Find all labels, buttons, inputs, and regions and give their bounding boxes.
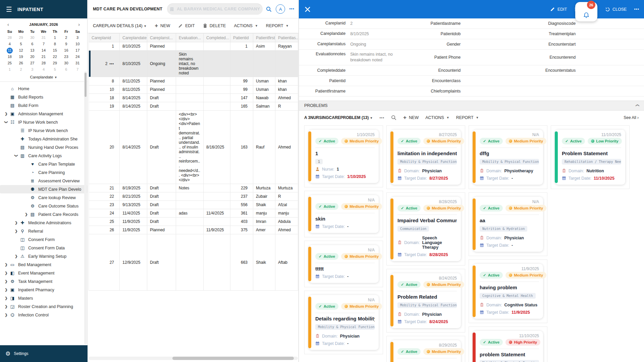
sidebar-item-quality-safety[interactable]: ❯⁘Quality & Safety: [0, 319, 87, 321]
problems-search-icon[interactable]: [391, 115, 396, 120]
report-dropdown[interactable]: REPORT ▼: [266, 23, 289, 28]
calendar-day[interactable]: 17: [72, 47, 83, 54]
chevron-right-icon[interactable]: ❯: [3, 263, 9, 266]
calendar-day[interactable]: 7: [72, 66, 83, 73]
sidebar-item-care-activity-logs[interactable]: ❯▥Care Activity Logs: [0, 152, 87, 160]
sidebar-item-referral[interactable]: ❯⚲Referral: [0, 227, 87, 235]
table-row[interactable]: 228/21/2025Draft237ZubairR: [89, 192, 298, 201]
column-header-completed[interactable]: Completed...: [204, 34, 230, 42]
chevron-right-icon[interactable]: ❯: [13, 229, 19, 233]
calendar-day[interactable]: 31: [38, 35, 49, 41]
sidebar-item-care-plan-template[interactable]: ♥Care Plan Template: [0, 160, 87, 168]
calendar-day[interactable]: 9: [61, 41, 72, 47]
calendar-day[interactable]: 24: [72, 54, 83, 60]
calendar-day[interactable]: 19: [15, 54, 27, 60]
calendar-day[interactable]: 8: [49, 41, 61, 47]
problem-card-limitation-in-independent-purpo[interactable]: 8/27/2025✓ActiveMedium Prioritylimitatio…: [391, 130, 461, 185]
careplan-details-dropdown[interactable]: CAREPLAN DETAILS (14) ▼: [93, 23, 147, 28]
column-header-careplanst[interactable]: Careplanst...: [147, 34, 176, 42]
calendar-day[interactable]: 4: [4, 41, 15, 47]
calendar-day[interactable]: 6: [26, 41, 38, 47]
problem-card-problem-related[interactable]: 8/24/2025✓ActiveMedium PriorityProblem R…: [391, 273, 461, 328]
calendar-day[interactable]: 28: [4, 35, 15, 41]
calendar-day[interactable]: 18: [4, 54, 15, 60]
settings-button[interactable]: ⚙ Settings: [0, 345, 88, 362]
problems-new-button[interactable]: + NEW: [403, 115, 419, 120]
field-value[interactable]: 8/10/2025: [350, 31, 411, 37]
sidebar-item-infection-control[interactable]: ❯⌬Infection Control: [0, 311, 87, 319]
calendar-day[interactable]: 31: [72, 60, 83, 66]
problem-card-problem-statement[interactable]: 11/10/2025✓ActiveLow PriorityProblem Sta…: [555, 130, 625, 185]
problems-list-dropdown[interactable]: A 3NURSINGCAREPROBLEM (13) ▼: [304, 115, 373, 120]
field-value[interactable]: 2: [350, 21, 411, 26]
calendar-day[interactable]: 22: [49, 54, 61, 60]
careplandate-filter[interactable]: Careplandate ▼: [0, 73, 87, 82]
calendar-day[interactable]: 16: [61, 47, 72, 54]
sidebar-item-admission-management[interactable]: ❯▣Admission Management: [0, 110, 87, 118]
table-row[interactable]: 2411/4/2025Draftadas11/4/2025361manjuman…: [89, 209, 298, 218]
problem-card-problem-statement[interactable]: 11/10/2025✓ActiveHigh Priorityproblem St…: [473, 331, 543, 362]
calendar-day[interactable]: 25: [4, 60, 15, 66]
calendar-prev-icon[interactable]: ‹: [6, 22, 10, 27]
problem-card-having-problem[interactable]: 11/9/2025✓ActiveMedium Priorityhaving pr…: [473, 264, 543, 319]
chevron-down-icon[interactable]: ❯: [3, 120, 9, 124]
calendar-day[interactable]: 13: [26, 47, 38, 54]
calendar-day[interactable]: 2: [61, 35, 72, 41]
table-row[interactable]: 208/14/2025Draft<div><br></div> <div>Pat…: [89, 111, 298, 184]
table-row[interactable]: 2611/9/2025Planned11/9/2025375AmerAhmed: [89, 226, 298, 234]
column-header-patientlas[interactable]: Patientlas...: [275, 34, 298, 42]
calendar-day[interactable]: 5: [49, 66, 61, 73]
chevron-down-icon[interactable]: ❯: [13, 154, 19, 158]
edit-button[interactable]: EDIT: [178, 23, 195, 28]
calendar-day[interactable]: 29: [49, 60, 61, 66]
calendar-day-selected[interactable]: 11: [4, 47, 15, 54]
more-options-icon[interactable]: •••: [289, 7, 294, 11]
calendar-day[interactable]: 10: [72, 41, 83, 47]
calendar-day[interactable]: 26: [15, 60, 27, 66]
sidebar-item-care-outcome-status[interactable]: ⚙Care Outcome Status: [0, 202, 87, 210]
column-header-patientfirst[interactable]: Patientfirst...: [253, 34, 275, 42]
detail-close-button[interactable]: CLOSE: [605, 7, 627, 12]
chevron-right-icon[interactable]: ❯: [3, 112, 9, 116]
problems-report-dropdown[interactable]: REPORT ▼: [456, 115, 479, 120]
problem-card-1[interactable]: 1/10/2025✓ActiveMedium Priority11Nurse:1…: [309, 130, 379, 183]
calendar-day[interactable]: 21: [38, 54, 49, 60]
chevron-right-icon[interactable]: ❯: [13, 221, 19, 225]
calendar-day[interactable]: 2: [15, 66, 27, 73]
table-row[interactable]: 2712/9/2025Draft663ShaikAftab: [89, 234, 298, 291]
sidebar-item-todays-administration-she[interactable]: ✚Todays Administration She: [0, 135, 87, 143]
problem-card-ttttt[interactable]: N/A✓ActiveMedium PrioritytttttTarget Dat…: [309, 245, 379, 283]
field-value[interactable]: Skin remains intact, no breakdown noted: [350, 52, 411, 63]
table-row[interactable]: 239/13/2025Draft556ShaikAfzal: [89, 201, 298, 209]
actions-dropdown[interactable]: ACTIONS ▼: [234, 23, 258, 28]
sidebar-item-consent-form-data[interactable]: ◫Consent Form Data: [0, 244, 87, 252]
column-header-careplandate[interactable]: Careplandate: [120, 34, 147, 42]
sidebar-item-mdt-care-plan-develo[interactable]: ⚉MDT Care Plan Develo: [0, 185, 87, 193]
calendar-day[interactable]: 23: [61, 54, 72, 60]
table-row[interactable]: 2•••8/10/2025OngoingSkin remains intact,…: [89, 51, 298, 77]
calendar-day[interactable]: 1: [4, 66, 15, 73]
sidebar-item-build-reports[interactable]: ▦Build Reports: [0, 93, 87, 101]
sidebar-item-consent-form[interactable]: ◫Consent Form: [0, 235, 87, 244]
sidebar-item-masters[interactable]: ❯◨Masters: [0, 294, 87, 302]
hamburger-menu-icon[interactable]: ☰: [6, 5, 12, 13]
problem-card-details-regarding-mobility[interactable]: N/A✓ActiveMedium PriorityDetails regardi…: [309, 295, 379, 350]
table-row[interactable]: 108/11/2025Planned99Usmankhan: [89, 85, 298, 94]
company-selector[interactable]: AL BARAYA MEDICAL CARE COMPANY: [167, 3, 263, 15]
calendar-day[interactable]: 14: [38, 47, 49, 54]
sidebar-item-assessment-overview[interactable]: ≣Assessment Overview: [0, 177, 87, 185]
sidebar-item-bed-management[interactable]: ❯▭Bed Management: [0, 260, 87, 269]
sidebar-item-build-form[interactable]: ▤Build Form: [0, 101, 87, 110]
table-row[interactable]: 198/14/2025Draft165SalmanR: [89, 102, 298, 111]
detail-more-icon[interactable]: •••: [634, 7, 639, 12]
problem-card-impaired-mobility[interactable]: 8/29/2025✓ActiveMedium PriorityImpaired …: [391, 340, 461, 362]
calendar-day[interactable]: 1: [49, 35, 61, 41]
calendar-day[interactable]: 27: [26, 60, 38, 66]
close-x-icon[interactable]: [305, 7, 310, 12]
sidebar-item-ip-nurse-work-bench[interactable]: ❯☷IP Nurse Work bench: [0, 118, 87, 126]
sidebar-item-care-lookup-review[interactable]: ⚙Care lookup Review: [0, 193, 87, 202]
calendar-day[interactable]: 20: [26, 54, 38, 60]
search-icon[interactable]: [266, 6, 272, 12]
table-row[interactable]: 218/19/2025DraftNotes229MurtuzaMurtuza: [89, 184, 298, 192]
calendar-day[interactable]: 6: [61, 66, 72, 73]
